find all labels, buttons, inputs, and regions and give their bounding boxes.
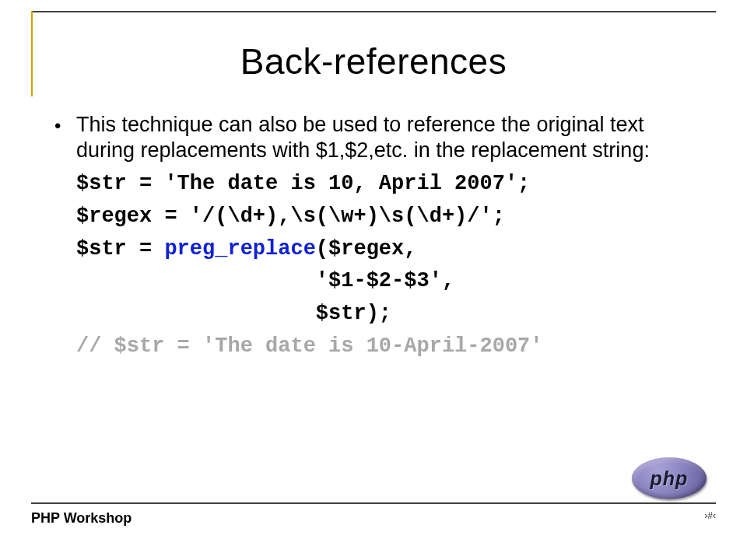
code-line-1: $str = 'The date is 10, April 2007';	[76, 168, 700, 201]
code-line-6-comment: // $str = 'The date is 10-April-2007'	[76, 331, 700, 363]
bullet-marker: •	[54, 112, 76, 137]
code-l3-a: $str =	[76, 237, 164, 261]
code-line-2: $regex = '/(\d+),\s(\w+)\s(\d+)/';	[76, 201, 700, 233]
code-l3-c: ($regex,	[316, 237, 417, 261]
footer-rule	[31, 502, 716, 504]
php-logo-text: php	[651, 467, 689, 490]
slide-content: • This technique can also be used to ref…	[54, 112, 700, 363]
bullet-text: This technique can also be used to refer…	[76, 112, 700, 163]
slide-title: Back-references	[31, 40, 716, 82]
footer-workshop-label: PHP Workshop	[31, 510, 132, 527]
code-line-4: '$1-$2-$3',	[76, 265, 700, 298]
php-logo: php	[632, 457, 707, 499]
footer-page-number: ›#‹	[704, 510, 716, 521]
code-block: $str = 'The date is 10, April 2007'; $re…	[76, 168, 700, 363]
code-line-5: $str);	[76, 298, 700, 331]
slide-footer: PHP Workshop ›#‹	[31, 502, 716, 534]
left-accent-border	[31, 11, 33, 96]
top-border	[31, 11, 716, 12]
code-line-3: $str = preg_replace($regex,	[76, 233, 700, 266]
code-l3-func: preg_replace	[164, 237, 315, 261]
slide-frame: Back-references • This technique can als…	[31, 11, 716, 544]
php-logo-ellipse: php	[632, 457, 707, 499]
bullet-item: • This technique can also be used to ref…	[54, 112, 700, 163]
